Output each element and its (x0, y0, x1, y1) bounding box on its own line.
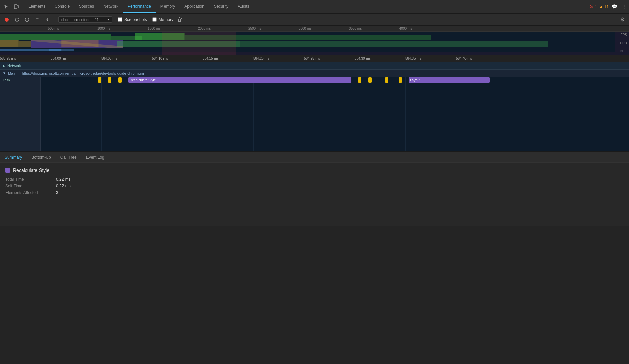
feedback-icon[interactable]: 💬 (610, 3, 619, 10)
flame-cursor (203, 77, 203, 151)
tab-performance[interactable]: Performance (123, 0, 156, 13)
warning-icon: ▲ (599, 4, 603, 9)
ruler-label-500: 500 ms (48, 27, 59, 30)
tab-console[interactable]: Console (50, 0, 74, 13)
net-label: NET (620, 49, 627, 53)
error-count: 1 (595, 5, 597, 9)
tab-security[interactable]: Security (209, 0, 233, 13)
task-track: Recalculate Style Layout (41, 77, 629, 83)
cursor-icon[interactable] (1, 2, 11, 11)
tab-audits[interactable]: Audits (233, 0, 254, 13)
vgrid-8 (405, 77, 406, 151)
elements-affected-value: 3 (56, 190, 90, 195)
svg-rect-18 (0, 48, 615, 52)
yellow-marker-6[interactable] (385, 77, 388, 83)
vgrid-2 (101, 77, 102, 151)
main-section-label: Main — https://docs.microsoft.com/en-us/… (8, 71, 144, 75)
summary-content: Recalculate Style Total Time 0.22 ms Sel… (0, 163, 629, 200)
yellow-marker-2[interactable] (108, 77, 111, 83)
tab-sources[interactable]: Sources (74, 0, 99, 13)
main-collapse-icon[interactable]: ▼ (3, 71, 6, 75)
separator-1 (55, 16, 55, 23)
memory-checkbox-wrap[interactable]: Memory (152, 17, 173, 22)
screenshots-checkbox-wrap[interactable]: Screenshots (118, 17, 147, 22)
bottom-tabs: Summary Bottom-Up Call Tree Event Log (0, 152, 629, 163)
session-label: docs.microsoft.com #1 (61, 18, 99, 22)
record-button[interactable] (3, 16, 11, 24)
ruler-label-2500: 2500 ms (248, 27, 261, 30)
sel-label-2: 584.05 ms (101, 57, 117, 60)
elements-affected-label: Elements Affected (5, 190, 56, 195)
reload-record-button[interactable] (13, 16, 21, 24)
upload-button[interactable] (33, 16, 41, 24)
ruler-label-3000: 3000 ms (299, 27, 311, 30)
fps-label: FPS (621, 33, 627, 37)
yellow-marker-4[interactable] (358, 77, 361, 83)
yellow-marker-3[interactable] (118, 77, 122, 83)
task-label: Task (0, 77, 40, 83)
yellow-marker-5[interactable] (368, 77, 372, 83)
ruler-label-1500: 1500 ms (148, 27, 160, 30)
clear-button[interactable]: 🗑 (175, 16, 185, 23)
sel-label-8: 584.35 ms (405, 57, 421, 60)
sel-label-9: 584.40 ms (456, 57, 472, 60)
sel-label-4: 584.15 ms (203, 57, 219, 60)
network-expand-icon: ▶ (3, 64, 5, 68)
recalculate-style-bar[interactable]: Recalculate Style (128, 77, 351, 83)
nav-right: ✕ 1 ▲ 14 💬 ⋮ (590, 3, 628, 10)
svg-point-2 (5, 18, 9, 22)
timeline-cursor (162, 55, 162, 62)
stop-button[interactable] (23, 16, 31, 24)
nav-tabs: Elements Console Sources Network Perform… (24, 0, 590, 13)
error-badge[interactable]: ✕ 1 (590, 4, 597, 9)
summary-table: Total Time 0.22 ms Self Time 0.22 ms Ele… (5, 177, 624, 195)
svg-rect-12 (19, 41, 31, 47)
sel-label-3: 584.10 ms (152, 57, 168, 60)
tab-application[interactable]: Application (180, 0, 209, 13)
selection-window[interactable] (162, 32, 236, 55)
screenshots-checkbox[interactable] (118, 17, 122, 22)
device-icon[interactable] (11, 2, 21, 11)
yellow-marker-7[interactable] (399, 77, 402, 83)
vgrid-3 (152, 77, 152, 151)
download-button[interactable] (43, 16, 51, 24)
ruler-label-4000: 4000 ms (399, 27, 412, 30)
net-area (0, 48, 615, 52)
timeline-overview[interactable]: 500 ms 1000 ms 1500 ms 2000 ms 2500 ms 3… (0, 26, 629, 55)
tab-memory[interactable]: Memory (156, 0, 180, 13)
self-time-value: 0.22 ms (56, 184, 90, 188)
total-time-value: 0.22 ms (56, 177, 90, 182)
vgrid-6 (304, 77, 304, 151)
memory-label: Memory (159, 17, 173, 22)
tab-bottom-up[interactable]: Bottom-Up (27, 153, 55, 162)
self-time-label: Self Time (5, 184, 56, 188)
cpu-label: CPU (620, 41, 627, 45)
vgrid-9 (456, 77, 456, 151)
svg-rect-20 (49, 49, 74, 51)
cpu-area (0, 40, 615, 48)
flame-chart: ▶ Network ▼ Main — https://docs.microsof… (0, 62, 629, 151)
layout-bar[interactable]: Layout (409, 77, 490, 83)
tab-summary[interactable]: Summary (0, 153, 27, 162)
ruler-label-2000: 2000 ms (198, 27, 211, 30)
more-icon[interactable]: ⋮ (621, 3, 628, 10)
tab-elements[interactable]: Elements (24, 0, 50, 13)
tab-network[interactable]: Network (99, 0, 123, 13)
settings-button[interactable]: ⚙ (619, 15, 626, 24)
network-section-header[interactable]: ▶ Network (0, 62, 629, 70)
memory-checkbox[interactable] (152, 17, 157, 22)
summary-title: Recalculate Style (5, 167, 624, 173)
screenshots-label: Screenshots (124, 17, 147, 22)
vgrid-5 (253, 77, 254, 151)
error-icon: ✕ (590, 4, 594, 9)
session-selector[interactable]: docs.microsoft.com #1 ▾ (58, 16, 112, 23)
yellow-marker-1[interactable] (98, 77, 101, 83)
toolbar: docs.microsoft.com #1 ▾ Screenshots Memo… (0, 14, 629, 26)
tab-call-tree[interactable]: Call Tree (56, 153, 81, 162)
tab-event-log[interactable]: Event Log (81, 153, 109, 162)
fps-area (0, 32, 615, 40)
warning-badge[interactable]: ▲ 14 (599, 4, 608, 9)
svg-rect-6 (0, 34, 111, 40)
timeline-ruler: 500 ms 1000 ms 1500 ms 2000 ms 2500 ms 3… (0, 26, 629, 32)
sel-label-7: 584.30 ms (355, 57, 371, 60)
